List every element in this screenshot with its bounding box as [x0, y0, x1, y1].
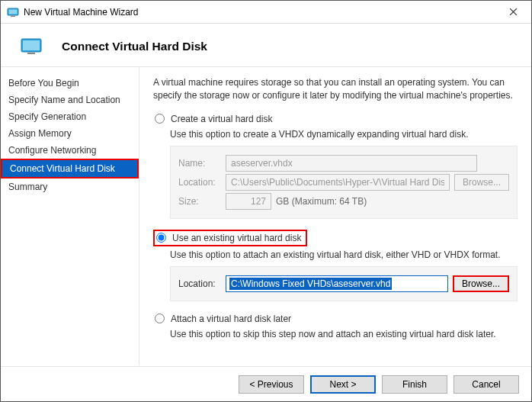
- step-sidebar: Before You Begin Specify Name and Locati…: [1, 67, 139, 365]
- existing-location-input[interactable]: C:\Windows Fixed VHDs\aseserver.vhd: [226, 275, 448, 292]
- step-configure-networking[interactable]: Configure Networking: [1, 142, 139, 159]
- svg-rect-4: [23, 40, 40, 50]
- intro-text: A virtual machine requires storage so th…: [153, 76, 518, 103]
- create-browse-button: Browse...: [454, 174, 509, 191]
- radio-attach-later[interactable]: [155, 314, 165, 323]
- svg-rect-1: [9, 9, 18, 14]
- window-title: New Virtual Machine Wizard: [24, 7, 498, 18]
- close-button[interactable]: [498, 2, 528, 23]
- titlebar: New Virtual Machine Wizard: [1, 1, 531, 24]
- wizard-footer: < Previous Next > Finish Cancel: [1, 366, 531, 401]
- wizard-body: Before You Begin Specify Name and Locati…: [1, 67, 531, 365]
- create-size-input: [226, 193, 271, 210]
- app-icon: [7, 6, 19, 18]
- create-size-unit: GB (Maximum: 64 TB): [276, 196, 367, 207]
- page-title: Connect Virtual Hard Disk: [62, 40, 207, 53]
- attach-later-desc: Use this option to skip this step now an…: [170, 329, 518, 339]
- page-icon: [19, 37, 43, 56]
- main-content: A virtual machine requires storage so th…: [139, 67, 531, 365]
- svg-rect-5: [27, 53, 35, 54]
- svg-rect-2: [11, 15, 15, 17]
- option-existing-disk: Use an existing virtual hard disk Use th…: [153, 230, 518, 301]
- option-create-disk: Create a virtual hard disk Use this opti…: [153, 112, 518, 219]
- create-size-label: Size:: [178, 196, 226, 207]
- page-header: Connect Virtual Hard Disk: [1, 24, 531, 60]
- step-assign-memory[interactable]: Assign Memory: [1, 125, 139, 142]
- step-specify-name-location[interactable]: Specify Name and Location: [1, 92, 139, 108]
- create-name-label: Name:: [178, 158, 226, 169]
- create-disk-desc: Use this option to create a VHDX dynamic…: [170, 129, 518, 140]
- radio-create-disk[interactable]: [155, 114, 165, 124]
- create-disk-panel: Name: Location: Browse... Size: GB (Maxi…: [170, 146, 518, 219]
- step-before-you-begin[interactable]: Before You Begin: [1, 75, 139, 92]
- radio-existing-disk[interactable]: [156, 233, 166, 243]
- create-location-input: [226, 174, 450, 191]
- radio-existing-disk-label: Use an existing virtual hard disk: [172, 233, 301, 243]
- previous-button[interactable]: < Previous: [239, 375, 304, 394]
- create-name-input: [226, 155, 477, 172]
- existing-location-label: Location:: [178, 278, 226, 289]
- next-button[interactable]: Next >: [310, 375, 376, 394]
- step-specify-generation[interactable]: Specify Generation: [1, 108, 139, 125]
- step-summary[interactable]: Summary: [1, 178, 139, 195]
- cancel-button[interactable]: Cancel: [453, 375, 519, 394]
- radio-create-disk-label: Create a virtual hard disk: [171, 114, 272, 124]
- option-attach-later: Attach a virtual hard disk later Use thi…: [153, 312, 518, 339]
- create-location-label: Location:: [178, 177, 226, 188]
- existing-browse-button[interactable]: Browse...: [453, 275, 509, 292]
- wizard-window: New Virtual Machine Wizard Connect Virtu…: [0, 0, 532, 402]
- existing-disk-desc: Use this option to attach an existing vi…: [170, 249, 518, 260]
- radio-attach-later-label: Attach a virtual hard disk later: [171, 314, 291, 324]
- step-connect-virtual-hard-disk[interactable]: Connect Virtual Hard Disk: [1, 159, 139, 178]
- finish-button[interactable]: Finish: [382, 375, 447, 394]
- existing-disk-panel: Location: C:\Windows Fixed VHDs\aseserve…: [170, 266, 518, 301]
